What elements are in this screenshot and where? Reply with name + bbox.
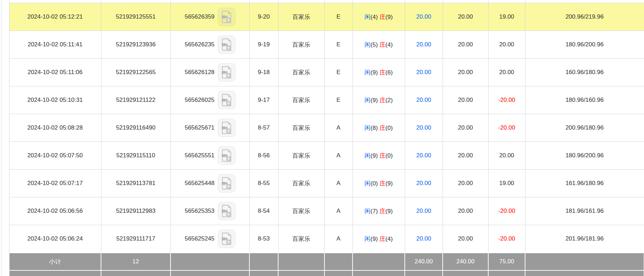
result-banker-label: 庄 — [380, 180, 385, 187]
clipped-cell — [488, 0, 525, 3]
clipped-cell — [9, 0, 101, 3]
video-file-icon — [221, 205, 232, 217]
table-row-highlighted: 2024-10-02 05:12:21521929125551565626359… — [9, 3, 644, 31]
video-replay-button[interactable] — [218, 174, 235, 192]
win-loss-value: 20.00 — [499, 41, 514, 48]
subtotal-count: 12 — [101, 253, 170, 270]
clipped-cell — [170, 270, 249, 276]
cell-win-loss: 20.00 — [488, 59, 525, 86]
result-banker-count: (9) — [385, 208, 393, 215]
bet-amount-link[interactable]: 20.00 — [416, 13, 431, 20]
result-player-label: 闲 — [364, 69, 370, 76]
result-banker-label: 庄 — [380, 69, 385, 76]
bet-amount-link[interactable]: 20.00 — [416, 69, 431, 75]
game-id-text: 565626359 — [185, 13, 214, 20]
win-loss-value: -20.00 — [498, 208, 515, 214]
table-row: 2024-10-02 05:06:24521929111717565625245… — [9, 225, 644, 253]
result-banker-label: 庄 — [380, 41, 385, 48]
video-replay-button[interactable] — [218, 91, 235, 109]
bet-amount-link[interactable]: 20.00 — [416, 97, 431, 103]
result-player-label: 闲 — [364, 152, 370, 159]
cell-game-id: 565625353 — [170, 197, 249, 225]
video-replay-button[interactable] — [218, 63, 235, 81]
bet-amount-link[interactable]: 20.00 — [416, 208, 431, 214]
game-id-with-replay: 565625245 — [171, 230, 249, 248]
subtotal-row: 小计 12 240.00 240.00 75.00 — [9, 253, 644, 270]
result-banker-count: (9) — [385, 14, 393, 20]
cell-table-code: E — [324, 59, 353, 86]
result-player-label: 闲 — [364, 236, 370, 242]
video-replay-button[interactable] — [218, 35, 235, 54]
result-player-count: (5) — [370, 41, 380, 48]
video-file-icon — [221, 177, 232, 190]
video-file-icon — [221, 149, 232, 162]
video-replay-button[interactable] — [218, 119, 235, 137]
clipped-cell — [249, 270, 278, 276]
bet-amount-link[interactable]: 20.00 — [416, 180, 431, 186]
cell-table-code: E — [324, 3, 353, 31]
bet-amount-link[interactable]: 20.00 — [416, 124, 431, 131]
video-replay-button[interactable] — [218, 146, 235, 165]
result-banker-label: 庄 — [380, 152, 385, 159]
clipped-cell — [170, 0, 249, 3]
cell-order-id: 521929112983 — [101, 197, 170, 225]
result-player-label: 闲 — [364, 180, 370, 187]
win-loss-value: 19.00 — [499, 13, 514, 20]
result-player-count: (4) — [370, 14, 380, 20]
subtotal-label: 小计 — [9, 253, 101, 270]
cell-time: 2024-10-02 05:07:17 — [9, 170, 101, 197]
game-id-text: 565626128 — [185, 69, 214, 76]
game-id-with-replay: 565626235 — [171, 35, 249, 54]
cell-win-loss: -20.00 — [488, 114, 525, 142]
bet-amount-link[interactable]: 20.00 — [416, 41, 431, 48]
cell-order-id: 521929111717 — [101, 225, 170, 253]
cell-order-id: 521929116490 — [101, 114, 170, 142]
result-player-label: 闲 — [364, 14, 370, 20]
cell-game-name: 百家乐 — [278, 59, 324, 86]
table-row: 2024-10-02 05:08:28521929116490565625671… — [9, 114, 644, 142]
game-id-with-replay: 565625551 — [171, 146, 249, 165]
result-banker-count: (2) — [385, 97, 393, 104]
game-id-text: 565626025 — [185, 97, 214, 104]
video-replay-button[interactable] — [218, 8, 235, 26]
clipped-cell — [405, 270, 443, 276]
cell-game-name: 百家乐 — [278, 142, 324, 170]
cell-order-id: 521929121122 — [101, 86, 170, 114]
cell-time: 2024-10-02 05:10:31 — [9, 86, 101, 114]
cell-valid-amount: 20.00 — [443, 142, 488, 170]
cell-round: 9-19 — [249, 31, 278, 59]
cell-time: 2024-10-02 05:11:06 — [9, 59, 101, 86]
game-id-text: 565625448 — [185, 180, 214, 187]
cell-result: 闲(7) 庄(9) — [353, 197, 405, 225]
result-banker-label: 庄 — [380, 97, 385, 104]
cell-bet-amount: 20.00 — [405, 3, 443, 31]
cell-win-loss: -20.00 — [488, 86, 525, 114]
game-id-text: 565625353 — [185, 208, 214, 215]
clipped-total-row — [9, 270, 644, 276]
bet-amount-link[interactable]: 20.00 — [416, 152, 431, 159]
result-banker-label: 庄 — [380, 236, 385, 242]
game-id-text: 565625551 — [185, 152, 214, 159]
cell-game-id: 565626025 — [170, 86, 249, 114]
cell-result: 闲(9) 庄(2) — [353, 86, 405, 114]
cell-table-code: A — [324, 170, 353, 197]
cell-bet-amount: 20.00 — [405, 86, 443, 114]
bet-amount-link[interactable]: 20.00 — [416, 235, 431, 242]
subtotal-empty-cell — [278, 253, 324, 270]
cell-round: 9-17 — [249, 86, 278, 114]
video-replay-button[interactable] — [218, 202, 235, 220]
cell-time: 2024-10-02 05:06:56 — [9, 197, 101, 225]
clipped-cell — [443, 270, 488, 276]
cell-bet-amount: 20.00 — [405, 197, 443, 225]
video-replay-button[interactable] — [218, 230, 235, 248]
cell-table-code: A — [324, 197, 353, 225]
result-banker-label: 庄 — [380, 125, 385, 131]
cell-win-loss: 20.00 — [488, 31, 525, 59]
table-row: 2024-10-02 05:11:06521929122565565626128… — [9, 59, 644, 86]
table-row: 2024-10-02 05:10:31521929121122565626025… — [9, 86, 644, 114]
clipped-previous-row — [9, 0, 644, 3]
cell-game-name: 百家乐 — [278, 3, 324, 31]
cell-game-name: 百家乐 — [278, 197, 324, 225]
table-row: 2024-10-02 05:07:17521929113781565625448… — [9, 170, 644, 197]
video-file-icon — [221, 232, 232, 245]
